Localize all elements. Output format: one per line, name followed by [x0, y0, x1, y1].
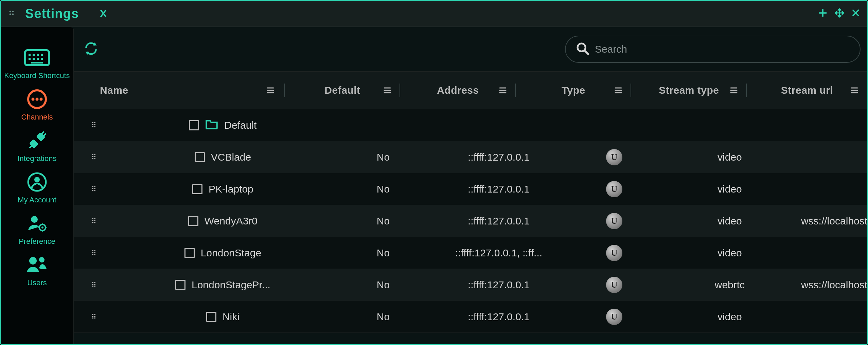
row-name: VCBlade: [211, 151, 251, 163]
drag-handle-icon[interactable]: [8, 10, 16, 18]
refresh-button[interactable]: [84, 41, 99, 57]
row-checkbox[interactable]: [175, 280, 185, 290]
account-icon: [26, 172, 48, 192]
keyboard-icon: [24, 48, 50, 68]
unreal-engine-icon: U: [606, 245, 622, 261]
main-panel: Name Default Address: [74, 27, 867, 344]
cell-default: No: [325, 301, 441, 332]
sidebar-item-integrations[interactable]: Integrations: [1, 130, 73, 163]
table-row[interactable]: ⠿LondonStageNo::ffff:127.0.0.1, ::ff...U…: [74, 237, 867, 269]
window-add-button[interactable]: [818, 8, 828, 19]
row-checkbox[interactable]: [189, 120, 199, 130]
row-checkbox[interactable]: [184, 248, 195, 258]
cell-name: Niki: [115, 301, 325, 332]
svg-rect-7: [37, 54, 39, 56]
plug-icon: [26, 130, 48, 151]
column-header-address[interactable]: Address: [400, 72, 516, 109]
row-drag-handle[interactable]: ⠿: [74, 173, 115, 205]
column-header-name[interactable]: Name: [74, 72, 285, 109]
cell-name: LondonStagePr...: [115, 269, 325, 301]
column-menu-icon[interactable]: [614, 85, 622, 96]
row-drag-handle[interactable]: ⠿: [74, 109, 115, 141]
search-field[interactable]: [565, 36, 861, 63]
cell-type: [556, 109, 672, 141]
cell-type: U: [556, 269, 672, 301]
cell-stream-type: [672, 109, 787, 141]
tab-close-button[interactable]: X: [100, 8, 107, 19]
table-row[interactable]: ⠿Default: [74, 109, 867, 141]
svg-point-15: [31, 98, 34, 101]
column-header-stream-url[interactable]: Stream url: [747, 72, 867, 109]
row-drag-handle[interactable]: ⠿: [74, 237, 115, 269]
cell-address: ::ffff:127.0.0.1: [441, 269, 556, 301]
page-title: Settings: [25, 6, 79, 21]
sidebar-item-label: Users: [27, 278, 47, 287]
column-header-type[interactable]: Type: [516, 72, 631, 109]
svg-point-1: [12, 11, 14, 13]
sidebar-item-my-account[interactable]: My Account: [1, 172, 73, 204]
column-menu-icon[interactable]: [266, 85, 274, 96]
body: Keyboard Shortcuts Channels Integrations…: [1, 27, 867, 344]
row-name: Niki: [223, 311, 240, 323]
column-menu-icon[interactable]: [499, 85, 507, 96]
column-menu-icon[interactable]: [383, 85, 391, 96]
sidebar-item-label: Integrations: [17, 154, 56, 163]
row-name: WendyA3r0: [205, 215, 258, 227]
column-menu-icon[interactable]: [850, 85, 858, 96]
row-checkbox[interactable]: [192, 184, 202, 194]
sidebar-item-preference[interactable]: Preference: [1, 213, 73, 246]
sidebar-item-users[interactable]: Users: [1, 255, 73, 287]
row-name: LondonStagePr...: [192, 279, 270, 291]
cell-type: U: [556, 141, 672, 173]
row-name: PK-laptop: [209, 183, 253, 195]
sidebar-item-keyboard-shortcuts[interactable]: Keyboard Shortcuts: [1, 48, 73, 80]
cell-stream-type: webrtc: [672, 269, 787, 301]
cell-stream-url: [787, 141, 867, 173]
cell-type: U: [556, 173, 672, 205]
svg-rect-12: [41, 58, 43, 60]
cell-stream-type: video: [672, 301, 787, 332]
svg-rect-6: [33, 54, 35, 56]
sidebar-item-label: Channels: [21, 113, 53, 122]
cell-address: ::ffff:127.0.0.1, ::ff...: [441, 237, 556, 269]
cell-default: No: [325, 237, 441, 269]
search-input[interactable]: [595, 43, 850, 55]
cell-default: No: [325, 141, 441, 173]
drag-dots-icon: ⠿: [91, 313, 97, 321]
gear-user-icon: [26, 213, 48, 234]
svg-point-3: [12, 14, 14, 15]
column-menu-icon[interactable]: [730, 85, 738, 96]
sidebar-item-label: Keyboard Shortcuts: [4, 71, 70, 80]
row-name: LondonStage: [201, 247, 262, 259]
column-header-stream-type[interactable]: Stream type: [631, 72, 747, 109]
table-row[interactable]: ⠿VCBladeNo::ffff:127.0.0.1Uvideo: [74, 141, 867, 173]
cell-stream-type: video: [672, 205, 787, 237]
row-checkbox[interactable]: [206, 312, 216, 322]
svg-point-25: [31, 216, 38, 223]
svg-point-24: [34, 177, 40, 182]
cell-address: [441, 109, 556, 141]
title-left: Settings X: [8, 6, 107, 21]
row-drag-handle[interactable]: ⠿: [74, 141, 115, 173]
row-checkbox[interactable]: [195, 152, 205, 162]
row-drag-handle[interactable]: ⠿: [74, 301, 115, 332]
row-drag-handle[interactable]: ⠿: [74, 269, 115, 301]
table-row[interactable]: ⠿WendyA3r0No::ffff:127.0.0.1Uvideowss://…: [74, 205, 867, 237]
table-row[interactable]: ⠿LondonStagePr...No::ffff:127.0.0.1Uwebr…: [74, 269, 867, 301]
row-checkbox[interactable]: [188, 216, 198, 226]
cell-name: VCBlade: [115, 141, 325, 173]
drag-dots-icon: ⠿: [91, 281, 97, 289]
svg-rect-10: [33, 58, 35, 60]
window-move-button[interactable]: [834, 7, 845, 20]
cell-default: No: [325, 269, 441, 301]
cell-type: U: [556, 301, 672, 332]
cell-name: PK-laptop: [115, 173, 325, 205]
window-close-button[interactable]: [851, 8, 861, 19]
column-header-default[interactable]: Default: [285, 72, 400, 109]
cell-stream-url: [787, 301, 867, 332]
table-row[interactable]: ⠿NikiNo::ffff:127.0.0.1Uvideo: [74, 301, 867, 333]
svg-point-2: [10, 14, 11, 15]
row-drag-handle[interactable]: ⠿: [74, 205, 115, 237]
table-row[interactable]: ⠿PK-laptopNo::ffff:127.0.0.1Uvideo: [74, 173, 867, 205]
sidebar-item-channels[interactable]: Channels: [1, 89, 73, 122]
